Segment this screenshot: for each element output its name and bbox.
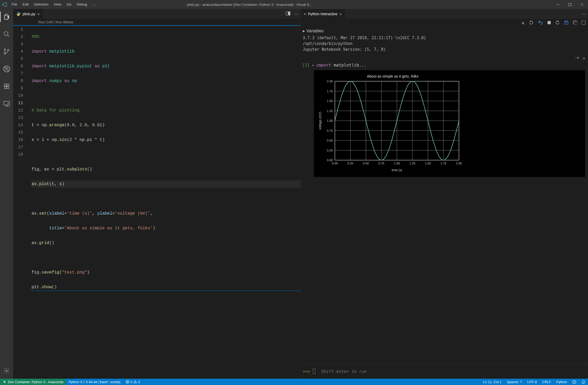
status-bar: Dev Container: Python 3 - Anaconda Pytho… (0, 379, 588, 385)
svg-text:time (s): time (s) (392, 168, 402, 172)
tab-close-icon[interactable]: × (37, 12, 40, 16)
menu-view[interactable]: View (51, 0, 64, 9)
codelens-run-below[interactable]: Run Below (55, 20, 73, 24)
save-icon[interactable] (564, 20, 569, 26)
interrupt-icon[interactable]: ✕ (521, 21, 525, 26)
svg-text:1.75: 1.75 (327, 90, 333, 93)
menu-selection[interactable]: Selection (31, 0, 51, 9)
tab-filename: plots.py (23, 12, 35, 16)
status-indent[interactable]: Spaces: 7 (504, 379, 525, 385)
codelens-row: Run Cell | Run Below (13, 19, 300, 26)
kernel-info: 3.7.3 (default, Mar 27 2019, 22:11:17) \… (301, 34, 588, 56)
activity-bar (0, 9, 13, 379)
svg-text:0.00: 0.00 (332, 162, 338, 165)
menu-file[interactable]: File (9, 0, 20, 9)
svg-rect-27 (582, 21, 585, 24)
search-icon[interactable] (0, 29, 13, 39)
svg-text:1.75: 1.75 (440, 162, 446, 165)
window-minimize-button[interactable] (552, 0, 564, 9)
repl-placeholder: Shift-enter to run (321, 369, 366, 374)
window-title: plots.py - anacondacontainer [Dev Contai… (99, 3, 401, 7)
python-file-icon (16, 12, 21, 16)
svg-rect-23 (548, 21, 551, 24)
extensions-icon[interactable] (0, 81, 13, 92)
tab-title: Python Interactive (308, 12, 338, 16)
svg-text:About as simple as it gets, fo: About as simple as it gets, folks (367, 74, 418, 78)
menu-bar: File Edit Selection View Go Debug … (9, 0, 99, 9)
codelens-run-cell[interactable]: Run Cell (38, 20, 53, 24)
tab-python-interactive[interactable]: ≡ Python Interactive × (301, 9, 345, 19)
svg-text:0.75: 0.75 (327, 129, 333, 132)
refresh-icon[interactable] (555, 20, 560, 26)
stop-icon[interactable] (547, 21, 551, 26)
svg-text:2.00: 2.00 (456, 162, 462, 165)
svg-point-7 (4, 53, 6, 54)
vscode-logo-icon (0, 2, 9, 7)
tab-plots-py[interactable]: plots.py × (13, 9, 43, 19)
svg-text:voltage (mV): voltage (mV) (318, 112, 322, 130)
menu-debug[interactable]: Debug (74, 0, 90, 9)
debug-icon[interactable] (0, 64, 13, 74)
status-feedback-icon[interactable] (570, 379, 579, 385)
svg-point-4 (4, 32, 8, 36)
window-maximize-button[interactable] (564, 0, 576, 9)
svg-rect-12 (4, 87, 6, 89)
status-bell-icon[interactable] (579, 379, 588, 385)
variables-header[interactable]: ▸ Variables (301, 27, 588, 34)
code-editor[interactable]: 123456789101112131415161718 #%% import m… (13, 26, 300, 379)
code-content[interactable]: #%% import matplotlib import matplotlib.… (29, 26, 300, 379)
svg-point-73 (575, 381, 575, 382)
restart-icon[interactable] (529, 20, 534, 26)
svg-text:0.00: 0.00 (327, 159, 333, 162)
svg-rect-24 (565, 21, 567, 22)
export-icon[interactable] (573, 21, 577, 26)
tab-close-icon[interactable]: × (340, 12, 342, 16)
svg-text:2.00: 2.00 (327, 80, 333, 83)
repl-cursor (313, 369, 315, 374)
source-control-icon[interactable] (0, 46, 13, 57)
status-python[interactable]: Python 3.7.3 64-bit ('base': conda) (66, 379, 123, 385)
editor-more-icon[interactable]: ··· (582, 11, 586, 17)
svg-text:1.25: 1.25 (409, 162, 415, 165)
undo-icon[interactable] (538, 20, 543, 26)
svg-point-72 (573, 381, 574, 382)
repl-input-row[interactable]: >>> Shift-enter to run (301, 364, 588, 379)
settings-gear-icon[interactable] (0, 366, 13, 376)
svg-rect-13 (7, 87, 9, 89)
svg-point-6 (4, 49, 6, 50)
status-language[interactable]: Python (554, 379, 570, 385)
interactive-toolbar: ✕ (301, 19, 588, 27)
split-editor-icon[interactable] (286, 11, 290, 17)
status-cursor-pos[interactable]: Ln 11, Col 1 (480, 379, 504, 385)
chevron-right-icon[interactable]: ▸ (312, 63, 314, 68)
sine-chart: About as simple as it gets, folks0.000.2… (316, 73, 464, 173)
status-encoding[interactable]: UTF-8 (525, 379, 540, 385)
menu-go[interactable]: Go (64, 0, 74, 9)
menu-more[interactable]: … (90, 0, 99, 9)
status-remote[interactable]: Dev Container: Python 3 - Anaconda (0, 379, 66, 385)
goto-code-icon[interactable] (575, 56, 580, 61)
window-close-button[interactable] (576, 0, 588, 9)
svg-point-19 (6, 370, 8, 372)
svg-rect-14 (7, 84, 9, 86)
svg-text:1.00: 1.00 (394, 162, 400, 165)
svg-text:1.50: 1.50 (425, 162, 431, 165)
expand-icon[interactable] (581, 21, 586, 26)
editor-more-icon[interactable]: ··· (294, 11, 298, 17)
tab-bar-left: plots.py × ··· (13, 9, 300, 19)
svg-rect-11 (4, 84, 6, 86)
svg-text:0.50: 0.50 (363, 162, 369, 165)
status-problems[interactable]: 0 0 (123, 379, 142, 385)
svg-point-71 (572, 380, 576, 383)
svg-rect-22 (288, 12, 290, 15)
editor-group-right: ≡ Python Interactive × ··· ✕ ▸ (301, 9, 588, 379)
explorer-icon[interactable] (0, 12, 13, 22)
svg-point-8 (8, 49, 9, 51)
cell-close-icon[interactable]: ✕ (582, 56, 586, 61)
svg-text:1.00: 1.00 (327, 119, 333, 122)
remote-explorer-icon[interactable] (0, 98, 13, 109)
cell-1[interactable]: [1] ▸ import matplotlib... (301, 61, 588, 69)
svg-text:0.50: 0.50 (327, 139, 333, 142)
status-eol[interactable]: CRLF (540, 379, 554, 385)
menu-edit[interactable]: Edit (20, 0, 31, 9)
